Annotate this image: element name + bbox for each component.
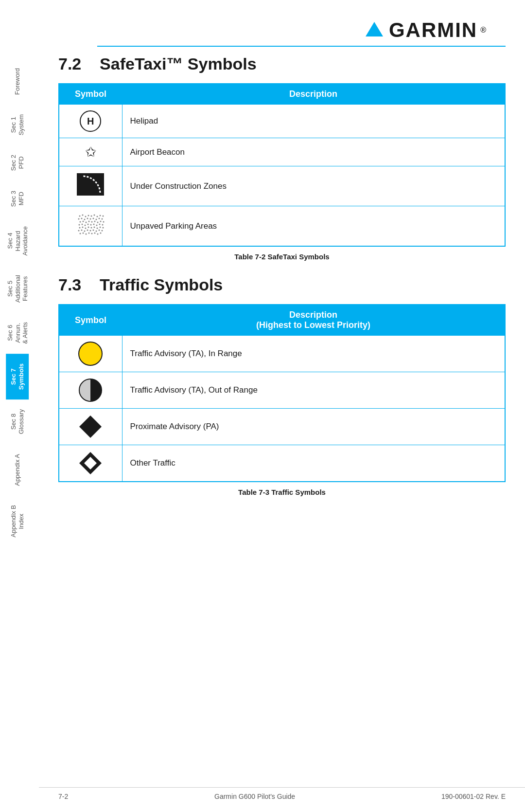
unpaved-icon bbox=[76, 212, 105, 236]
yellow-circle-icon bbox=[78, 342, 103, 366]
desc-other-traffic: Other Traffic bbox=[122, 445, 505, 482]
svg-point-32 bbox=[88, 224, 89, 225]
svg-point-25 bbox=[94, 221, 96, 222]
svg-marker-65 bbox=[79, 415, 102, 438]
svg-point-48 bbox=[81, 230, 83, 231]
table-row: Unpaved Parking Areas bbox=[59, 206, 505, 247]
symbol-helipad: H bbox=[59, 105, 122, 138]
svg-point-2 bbox=[79, 216, 81, 217]
section-title: SafeTaxi™ Symbols bbox=[100, 54, 257, 73]
helipad-icon: H bbox=[80, 110, 101, 132]
svg-point-58 bbox=[86, 234, 87, 235]
sidebar-item-sec3[interactable]: Sec 3MFD bbox=[6, 181, 29, 217]
svg-point-41 bbox=[88, 227, 89, 228]
svg-point-31 bbox=[85, 225, 86, 226]
svg-point-40 bbox=[85, 228, 87, 229]
svg-point-9 bbox=[100, 215, 101, 217]
sidebar-item-sec5[interactable]: Sec 5AdditionalFeatures bbox=[2, 265, 33, 312]
svg-point-55 bbox=[102, 230, 103, 232]
table-row: Traffic Advisory (TA), In Range bbox=[59, 336, 505, 372]
svg-point-62 bbox=[97, 234, 99, 235]
svg-point-33 bbox=[90, 224, 92, 226]
desc-helipad: Helipad bbox=[122, 105, 505, 138]
svg-point-18 bbox=[99, 218, 100, 219]
svg-point-11 bbox=[78, 218, 80, 220]
safetaxi-table-caption: Table 7-2 SafeTaxi Symbols bbox=[58, 253, 506, 261]
section-traffic-heading: 7.3 Traffic Symbols bbox=[58, 275, 506, 294]
svg-point-24 bbox=[91, 221, 93, 223]
table-row: Other Traffic bbox=[59, 445, 505, 482]
table-row: Traffic Advisory (TA), Out of Range bbox=[59, 372, 505, 409]
garmin-triangle-icon bbox=[366, 22, 383, 36]
svg-point-60 bbox=[91, 233, 93, 235]
svg-point-47 bbox=[78, 230, 80, 232]
svg-point-45 bbox=[100, 227, 101, 228]
sidebar-item-sec1[interactable]: Sec 1System bbox=[6, 105, 29, 145]
sidebar-item-appendixA[interactable]: Appendix A bbox=[10, 444, 25, 496]
svg-point-53 bbox=[96, 231, 97, 232]
symbol-half-circle bbox=[59, 372, 122, 409]
desc-construction: Under Construction Zones bbox=[122, 166, 505, 206]
svg-point-20 bbox=[80, 221, 81, 223]
section-number: 7.2 bbox=[58, 54, 81, 73]
svg-point-49 bbox=[84, 231, 86, 232]
sidebar-item-sec2[interactable]: Sec 2PFD bbox=[6, 145, 29, 180]
black-diamond-icon bbox=[78, 415, 103, 439]
safetaxi-table: Symbol Description H Helipad ✩ Airport B… bbox=[58, 83, 506, 247]
svg-point-4 bbox=[85, 216, 87, 217]
svg-point-10 bbox=[103, 216, 104, 217]
sidebar-item-sec8[interactable]: Sec 8Glossary bbox=[6, 399, 29, 444]
table-row: ✩ Airport Beacon bbox=[59, 138, 505, 166]
svg-point-59 bbox=[88, 233, 90, 234]
svg-point-12 bbox=[81, 218, 83, 219]
symbol-beacon: ✩ bbox=[59, 138, 122, 166]
desc-ta-inrange: Traffic Advisory (TA), In Range bbox=[122, 336, 505, 372]
section-traffic-title: Traffic Symbols bbox=[100, 275, 223, 294]
helipad-h: H bbox=[87, 116, 94, 127]
svg-point-34 bbox=[93, 224, 95, 225]
construction-icon bbox=[76, 172, 105, 197]
svg-point-21 bbox=[83, 221, 84, 222]
svg-point-35 bbox=[96, 225, 98, 226]
traffic-col-symbol: Symbol bbox=[59, 305, 122, 336]
safetaxi-col-symbol: Symbol bbox=[59, 84, 122, 105]
svg-point-36 bbox=[99, 224, 101, 225]
svg-point-51 bbox=[90, 230, 91, 232]
beacon-icon: ✩ bbox=[85, 144, 96, 160]
symbol-construction bbox=[59, 166, 122, 206]
desc-pa: Proximate Advisory (PA) bbox=[122, 409, 505, 445]
svg-point-6 bbox=[91, 216, 92, 217]
section-safetaxi-heading: 7.2 SafeTaxi™ Symbols bbox=[58, 54, 506, 73]
symbol-black-diamond bbox=[59, 409, 122, 445]
page-footer: 7-2 Garmin G600 Pilot's Guide 190-00601-… bbox=[39, 787, 525, 800]
svg-point-39 bbox=[82, 227, 84, 228]
sidebar-item-sec6[interactable]: Sec 6Annun.& Alerts bbox=[2, 312, 33, 354]
symbol-unpaved bbox=[59, 206, 122, 247]
svg-point-61 bbox=[94, 233, 96, 234]
svg-point-29 bbox=[79, 224, 80, 226]
logo-reg: ® bbox=[480, 26, 486, 35]
svg-point-13 bbox=[84, 219, 86, 220]
sidebar-item-sec4[interactable]: Sec 4HazardAvoidance bbox=[2, 217, 33, 265]
section-traffic-number: 7.3 bbox=[58, 275, 81, 294]
svg-point-26 bbox=[97, 222, 99, 223]
svg-point-27 bbox=[100, 221, 102, 222]
footer-title: Garmin G600 Pilot's Guide bbox=[214, 793, 295, 800]
half-circle-icon bbox=[78, 378, 103, 402]
sidebar-item-appendixB[interactable]: Appendix BIndex bbox=[6, 495, 29, 547]
svg-point-52 bbox=[93, 230, 94, 231]
footer-page-number: 7-2 bbox=[58, 793, 68, 800]
sidebar-item-sec7[interactable]: Sec 7Symbols bbox=[6, 354, 29, 399]
symbol-outline-diamond bbox=[59, 445, 122, 482]
svg-point-16 bbox=[93, 218, 94, 219]
sidebar-item-foreword[interactable]: Foreword bbox=[10, 58, 25, 105]
svg-point-8 bbox=[97, 216, 98, 217]
sidebar: Foreword Sec 1System Sec 2PFD Sec 3MFD S… bbox=[0, 0, 35, 812]
svg-point-28 bbox=[103, 221, 105, 223]
svg-point-38 bbox=[79, 227, 81, 229]
logo-text: GARMIN bbox=[389, 18, 477, 42]
svg-point-37 bbox=[102, 224, 104, 226]
traffic-table-caption: Table 7-3 Traffic Symbols bbox=[58, 488, 506, 496]
table-row: Proximate Advisory (PA) bbox=[59, 409, 505, 445]
garmin-logo: GARMIN® bbox=[366, 18, 486, 42]
